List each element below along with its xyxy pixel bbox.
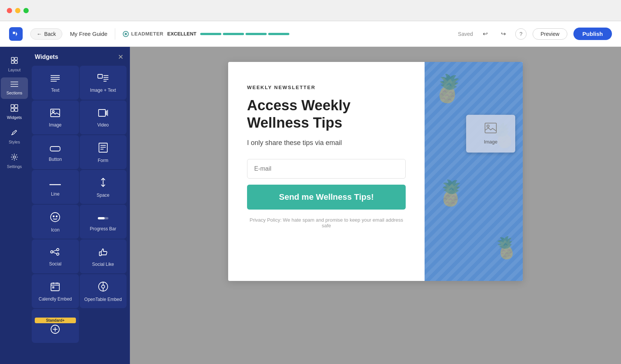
sidebar-item-settings[interactable]: Settings [1,150,28,173]
space-widget-icon [99,177,108,190]
back-button[interactable]: ← Back [30,28,62,40]
sidebar-item-styles[interactable]: Styles [1,125,28,148]
widget-image[interactable]: Image [32,100,79,134]
widget-space[interactable]: Space [80,170,127,204]
image-placeholder-icon [485,123,497,136]
cta-button[interactable]: Send me Wellness Tips! [247,185,406,210]
window-chrome [0,0,621,21]
social-widget-label: Social [49,261,62,267]
widgets-icon [11,104,18,114]
image-widget-icon [50,109,60,119]
progress-seg-4 [268,33,289,35]
video-widget-icon [98,109,108,119]
line-widget-icon [49,179,61,188]
progress-bar-widget-icon [98,213,108,223]
widgets-header: Widgets ✕ [29,47,130,66]
progress-bars [200,33,289,35]
widget-button[interactable]: Button [32,135,79,169]
svg-rect-23 [99,110,105,116]
svg-rect-0 [11,57,14,60]
widgets-grid: Text Image + Text [29,66,130,349]
saved-label: Saved [458,31,473,37]
standard-plus-badge: Standard+ [35,318,76,323]
email-input[interactable] [247,159,406,179]
line-widget-label: Line [51,191,60,197]
icon-widget-label: Icon [51,227,60,233]
widget-video[interactable]: Video [80,100,127,134]
sidebar-item-widgets[interactable]: Widgets [1,100,28,123]
settings-icon [11,153,18,163]
preview-button[interactable]: Preview [533,28,567,40]
widget-social[interactable]: Social [32,239,79,273]
traffic-light-yellow[interactable] [15,8,20,13]
top-bar: ← Back My Free Guide LEADMETER EXCELLENT… [0,21,621,47]
traffic-light-red[interactable] [7,8,12,13]
widget-text[interactable]: Text [32,66,79,100]
svg-line-39 [53,250,57,251]
svg-rect-8 [15,105,18,108]
page-title: My Free Guide [70,31,107,37]
svg-point-22 [53,111,54,113]
sections-icon [11,81,18,89]
svg-rect-21 [51,109,60,117]
svg-point-54 [487,125,489,127]
traffic-lights [7,8,29,13]
svg-point-36 [51,251,53,253]
publish-button[interactable]: Publish [573,28,612,40]
video-widget-label: Video [97,122,109,128]
svg-rect-10 [15,108,18,111]
button-widget-label: Button [49,157,62,162]
widget-line[interactable]: Line [32,170,79,204]
excellent-label: EXCELLENT [167,31,196,37]
image-text-widget-label: Image + Text [90,88,116,93]
standard-plus-widget-icon [51,325,60,336]
widget-form[interactable]: Form [80,135,127,169]
undo-button[interactable]: ↩ [479,28,491,40]
svg-point-31 [51,213,60,222]
sidebar-item-layout[interactable]: Layout [1,53,28,76]
privacy-text: Privacy Policy: We hate spam and promise… [247,217,406,228]
widget-image-text[interactable]: Image + Text [80,66,127,100]
calendly-widget-icon [51,282,60,293]
svg-point-38 [57,253,59,255]
widget-calendly[interactable]: Calendly Embed [32,274,79,308]
space-widget-label: Space [97,193,110,198]
sidebar-label-layout: Layout [8,68,20,72]
lp-pattern-area: 🍍 🍍 🍍 🍍 [425,62,523,281]
svg-rect-53 [485,123,496,133]
svg-rect-1 [15,57,17,60]
widget-icon[interactable]: Icon [32,205,79,239]
svg-point-32 [53,216,54,217]
svg-rect-45 [53,287,54,288]
sidebar-label-settings: Settings [7,164,22,169]
divider [115,28,115,40]
lp-subtext: I only share these tips via email [247,139,406,147]
widgets-panel: Widgets ✕ Text [29,47,130,364]
text-widget-icon [50,74,60,85]
svg-rect-2 [11,61,14,63]
widget-social-like[interactable]: Social Like [80,239,127,273]
help-button[interactable]: ? [515,28,527,40]
widget-progress-bar[interactable]: Progress Bar [80,205,127,239]
widget-standard-plus[interactable]: Standard+ [32,309,79,343]
left-sidebar: Layout Sections Widgets [0,47,29,364]
sidebar-label-sections: Sections [6,91,22,95]
svg-point-11 [13,156,15,158]
leadmeter-label: LEADMETER [123,31,163,37]
image-overlay-label: Image [484,139,497,145]
image-text-widget-icon [97,74,109,85]
close-widgets-button[interactable]: ✕ [118,53,124,61]
widget-opentable[interactable]: OpenTable Embed [80,274,127,308]
logo-icon[interactable] [9,27,23,41]
traffic-light-green[interactable] [23,8,29,13]
svg-point-47 [102,285,105,288]
image-widget-overlay: Image [466,115,515,153]
progress-seg-1 [200,33,221,35]
lp-headline: Access Weekly Wellness Tips [247,97,406,131]
sidebar-item-sections[interactable]: Sections [1,77,28,99]
back-label: Back [44,31,56,37]
redo-button[interactable]: ↪ [497,28,509,40]
progress-seg-3 [246,33,267,35]
sidebar-label-widgets: Widgets [7,115,22,120]
opentable-widget-icon [98,282,108,294]
